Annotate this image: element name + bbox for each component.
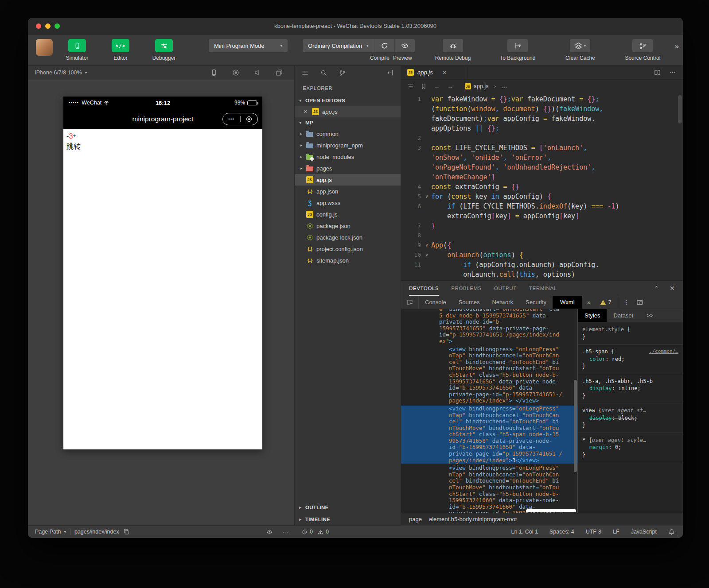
simulator-more-icon[interactable]: ⋯ bbox=[282, 529, 288, 535]
tree-item-config.js[interactable]: JSconfig.js bbox=[295, 209, 401, 220]
fold-icon[interactable]: ∨ bbox=[422, 192, 431, 201]
problems-summary[interactable]: 0 0 bbox=[295, 529, 401, 535]
open-editor-item-app.js[interactable]: ×JSapp.js bbox=[295, 106, 401, 117]
inspector-tab-wxml[interactable]: Wxml bbox=[553, 296, 582, 309]
fold-icon[interactable]: ∨ bbox=[422, 250, 431, 260]
fold-icon[interactable]: ∨ bbox=[422, 240, 431, 250]
forward-icon[interactable]: → bbox=[447, 83, 453, 90]
detach-window-icon[interactable] bbox=[276, 69, 283, 76]
wxml-line-2[interactable]: private-node-id="b- bbox=[401, 319, 577, 325]
tree-item-miniprogram_npm[interactable]: ▸miniprogram_npm bbox=[295, 139, 401, 151]
toolbar-more-button[interactable]: » bbox=[674, 42, 678, 51]
wxml-line-26[interactable]: cel" bindtouchend="onTouchEnd" bi bbox=[401, 478, 577, 484]
styles-tab-styles[interactable]: Styles bbox=[578, 309, 607, 322]
toolbar-source-control-button[interactable]: Source Control bbox=[625, 39, 660, 61]
wxml-line-27[interactable]: nTouchMove" bindtouchstart="onTou bbox=[401, 484, 577, 491]
tree-item-node_modules[interactable]: ▸node_modules bbox=[295, 151, 401, 162]
wxml-line-22[interactable]: private-page-id="p-1599573741651-/ bbox=[401, 451, 577, 457]
section-outline[interactable]: ▸OUTLINE bbox=[295, 501, 401, 513]
exit-button[interactable] bbox=[241, 116, 258, 122]
mode-dropdown[interactable]: Mini Program Mode ▾ bbox=[209, 39, 288, 52]
wxml-line-12[interactable]: id="b-1599573741656" data- bbox=[401, 385, 577, 391]
record-icon[interactable] bbox=[232, 69, 239, 76]
project-root-header[interactable]: ▾ MP bbox=[295, 117, 401, 128]
breadcrumb[interactable]: JS app.js › … bbox=[465, 83, 507, 89]
copy-icon[interactable] bbox=[123, 529, 129, 535]
device-toolbar-icon[interactable] bbox=[635, 296, 650, 309]
wxml-line-21[interactable]: id="b-1599573741658" data- bbox=[401, 444, 577, 451]
panel-tab-output[interactable]: OUTPUT bbox=[494, 281, 517, 296]
wxml-horizontal-scrollbar[interactable] bbox=[526, 509, 576, 512]
more-tabs-button[interactable]: » bbox=[582, 296, 596, 309]
status-item-spaces-4[interactable]: Spaces: 4 bbox=[549, 529, 574, 535]
tree-item-pages[interactable]: ▸pages bbox=[295, 162, 401, 174]
toolbar-editor-button[interactable]: </>Editor bbox=[107, 39, 134, 61]
wxml-line-5[interactable]: ex"> bbox=[401, 338, 577, 345]
preview-button[interactable] bbox=[394, 39, 415, 52]
more-menu-button[interactable]: ••• bbox=[223, 117, 240, 121]
styles-tab-dataset[interactable]: Dataset bbox=[607, 309, 640, 322]
close-panel-icon[interactable]: ✕ bbox=[670, 285, 675, 292]
section-timeline[interactable]: ▸TIMELINE bbox=[295, 513, 401, 525]
wxml-line-16[interactable]: nTap" bindtouchcancel="onTouchCan bbox=[401, 412, 577, 419]
wxml-line-24[interactable]: <view bindlongpress="onLongPress" bbox=[401, 465, 577, 472]
avatar[interactable] bbox=[36, 39, 53, 56]
phone-screen[interactable]: ••••• WeChat 16:12 93% miniprogram-proje… bbox=[63, 97, 262, 449]
close-window-button[interactable] bbox=[36, 23, 41, 29]
status-item-javascript[interactable]: JavaScript bbox=[631, 529, 657, 535]
wxml-line-3[interactable]: 1599573741655" data-private-page- bbox=[401, 325, 577, 332]
wxml-line-4[interactable]: id="p-1599573741651-/pages/index/ind bbox=[401, 332, 577, 338]
device-selector[interactable]: iPhone 6/7/8 100% ▾ bbox=[35, 70, 87, 76]
style-rule-1[interactable]: ./common/….h5-span {color: red;} bbox=[578, 344, 683, 374]
wxml-line-25[interactable]: nTap" bindtouchcancel="onTouchCan bbox=[401, 472, 577, 478]
style-rule-4[interactable]: * {user agent style…margin: 0;} bbox=[578, 433, 683, 463]
wxml-line-20[interactable]: 99573741658" data-private-node- bbox=[401, 438, 577, 445]
toolbar-debugger-button[interactable]: Debugger bbox=[150, 39, 178, 61]
close-tab-icon[interactable]: × bbox=[443, 69, 447, 76]
wxml-line-13[interactable]: private-page-id="p-1599573741651-/ bbox=[401, 391, 577, 398]
tree-item-sitemap.json[interactable]: {..}sitemap.json bbox=[295, 255, 401, 266]
minimize-window-button[interactable] bbox=[45, 23, 51, 29]
toolbar-to-background-button[interactable]: To Background bbox=[500, 39, 535, 61]
breadcrumb-element[interactable]: element.h5-body.miniprogram-root bbox=[429, 516, 517, 522]
wxml-tree[interactable]: e" bindtouchstart="onTouchStart" cla5-di… bbox=[401, 309, 577, 513]
file-list-icon[interactable] bbox=[302, 70, 308, 76]
sound-icon[interactable] bbox=[254, 69, 261, 76]
outline-icon[interactable] bbox=[407, 83, 413, 89]
wxml-line-7[interactable]: nTap" bindtouchcancel="onTouchCan bbox=[401, 352, 577, 359]
wxml-line-8[interactable]: cel" bindtouchend="onTouchEnd" bi bbox=[401, 359, 577, 366]
wxml-line-9[interactable]: nTouchMove" bindtouchstart="onTou bbox=[401, 365, 577, 372]
toolbar-simulator-button[interactable]: Simulator bbox=[63, 39, 91, 61]
wxml-line-19[interactable]: chStart" class="h5-span node-b-15 bbox=[401, 431, 577, 438]
compilation-dropdown[interactable]: Ordinary Compilation ▾ bbox=[303, 39, 374, 52]
page-path-selector[interactable]: Page Path ▾ bbox=[35, 529, 66, 535]
wxml-line-23[interactable]: pages/index/index">3</view> bbox=[401, 457, 577, 464]
editor-scrollbar[interactable] bbox=[678, 95, 682, 124]
status-item-ln-1-col-1[interactable]: Ln 1, Col 1 bbox=[511, 529, 538, 535]
style-rule-0[interactable]: element.style {} bbox=[578, 322, 683, 344]
tree-item-app.js[interactable]: JSapp.js bbox=[295, 174, 401, 186]
plus-button[interactable]: + bbox=[73, 133, 76, 138]
toolbar-remote-debug-button[interactable]: Remote Debug bbox=[435, 39, 471, 61]
open-editors-header[interactable]: ▾ OPEN EDITORS bbox=[295, 95, 401, 106]
collapse-sidebar-icon[interactable] bbox=[387, 70, 393, 76]
tab-appjs[interactable]: JS app.js × bbox=[401, 66, 467, 79]
tree-item-package.json[interactable]: package.json bbox=[295, 220, 401, 232]
editor-more-icon[interactable]: ⋯ bbox=[670, 69, 676, 76]
wxml-line-15[interactable]: <view bindlongpress="onLongPress" bbox=[401, 406, 577, 412]
zoom-window-button[interactable] bbox=[55, 23, 60, 29]
bookmark-icon[interactable] bbox=[421, 83, 427, 89]
compile-button[interactable] bbox=[374, 39, 394, 52]
eye-icon[interactable] bbox=[266, 529, 273, 535]
split-editor-icon[interactable] bbox=[654, 69, 661, 76]
status-item-utf-8[interactable]: UTF-8 bbox=[586, 529, 601, 535]
wxml-vertical-scrollbar[interactable] bbox=[574, 380, 577, 472]
jump-link[interactable]: 跳转 bbox=[66, 142, 259, 151]
tree-item-app.json[interactable]: {..}app.json bbox=[295, 186, 401, 197]
panel-tab-problems[interactable]: PROBLEMS bbox=[451, 281, 482, 296]
wxml-line-11[interactable]: 1599573741656" data-private-node- bbox=[401, 379, 577, 385]
styles-tab-[interactable]: >> bbox=[640, 309, 660, 322]
wxml-line-18[interactable]: nTouchMove" bindtouchstart="onTou bbox=[401, 425, 577, 432]
wxml-line-28[interactable]: chStart" class="h5-button node-b- bbox=[401, 491, 577, 498]
panel-tab-devtools[interactable]: DEVTOOLS bbox=[409, 281, 439, 296]
